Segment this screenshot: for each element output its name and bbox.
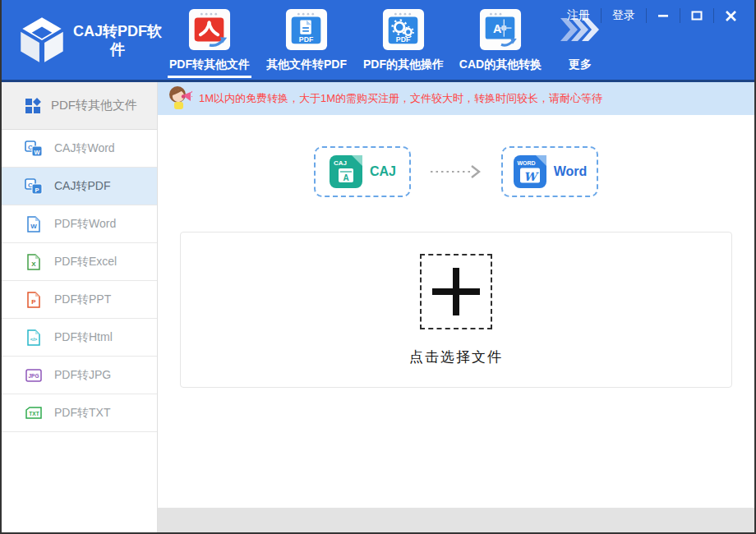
conversion-flow: CAJ A CAJ	[158, 115, 754, 197]
maximize-button[interactable]	[680, 7, 713, 25]
brand: CAJ转PDF软件	[10, 5, 163, 76]
sidebar-item-pdf-html[interactable]: </> PDF转Html	[2, 319, 157, 357]
grid-icon	[25, 98, 41, 114]
doc-to-pdf-icon: PDF	[285, 8, 328, 51]
svg-text:W: W	[34, 148, 40, 155]
mascot-announcer-icon	[168, 85, 192, 112]
tab-label: PDF的其他操作	[362, 58, 445, 78]
svg-text:PDF: PDF	[299, 35, 313, 44]
sidebar-header-label: PDF转其他文件	[51, 98, 137, 113]
sidebar-item-label: PDF转Word	[54, 217, 116, 232]
sidebar-item-label: PDF转JPG	[54, 368, 111, 383]
titlebar-controls: 注册 登录	[556, 6, 748, 25]
target-format-label: Word	[554, 164, 588, 179]
word-doc-icon: W	[26, 216, 41, 232]
svg-text:X: X	[31, 260, 36, 268]
notice-text: 1M以内的免费转换，大于1M的需购买注册，文件较大时，转换时间较长，请耐心等待	[199, 91, 602, 106]
plus-icon	[431, 266, 482, 317]
jpg-icon: JPG	[25, 368, 42, 383]
caj-word-icon: C W	[25, 140, 43, 157]
tab-label: CAD的其他转换	[458, 58, 543, 78]
tab-pdf-to-other[interactable]: PDF转其他文件	[161, 0, 258, 80]
svg-text:A: A	[343, 173, 348, 182]
file-select-card: 点击选择文件	[180, 232, 732, 388]
svg-text:P: P	[35, 186, 39, 193]
caj-pdf-icon: C P	[25, 178, 43, 195]
pdf-convert-icon	[188, 8, 231, 51]
sidebar-item-caj-word[interactable]: C W CAJ转Word	[2, 130, 157, 168]
content: CAJ A CAJ	[158, 115, 754, 508]
sidebar: PDF转其他文件 C W CAJ转Word C P CAJ转PDF	[2, 82, 158, 532]
sidebar-item-label: PDF转PPT	[54, 292, 111, 307]
sidebar-item-pdf-ppt[interactable]: P PDF转PPT	[2, 281, 157, 319]
svg-text:PDF: PDF	[396, 35, 410, 44]
sidebar-item-pdf-word[interactable]: W PDF转Word	[2, 205, 157, 243]
close-icon	[725, 10, 737, 22]
svg-text:TXT: TXT	[29, 410, 39, 416]
sidebar-item-label: PDF转Excel	[54, 255, 117, 269]
svg-text:WORD: WORD	[517, 160, 535, 166]
close-button[interactable]	[714, 7, 748, 25]
source-format-label: CAJ	[370, 164, 396, 179]
tab-label: PDF转其他文件	[168, 58, 251, 78]
status-bar	[158, 508, 754, 532]
sidebar-item-pdf-txt[interactable]: TXT PDF转TXT	[2, 394, 157, 432]
top-tabs: PDF转其他文件 PDF 其他	[161, 0, 611, 80]
sidebar-item-label: CAJ转Word	[54, 141, 115, 156]
sidebar-item-label: CAJ转PDF	[54, 179, 110, 194]
app-logo-icon	[13, 12, 71, 69]
tab-other-to-pdf[interactable]: PDF 其他文件转PDF	[258, 0, 355, 80]
main-area: 1M以内的免费转换，大于1M的需购买注册，文件较大时，转换时间较长，请耐心等待 …	[158, 82, 754, 532]
svg-text:</>: </>	[30, 337, 38, 342]
pdf-gears-icon: PDF	[382, 8, 425, 51]
tab-pdf-operations[interactable]: PDF PDF的其他操作	[355, 0, 452, 80]
html-doc-icon: </>	[26, 329, 41, 346]
dotted-arrow-icon	[429, 164, 483, 179]
app-window: CAJ转PDF软件 PDF转其他文件	[0, 0, 756, 534]
tab-cad-convert[interactable]: A CAD的其他转换	[452, 0, 549, 80]
sidebar-item-label: PDF转Html	[54, 330, 113, 345]
svg-text:P: P	[31, 298, 36, 306]
select-file-label[interactable]: 点击选择文件	[409, 348, 503, 366]
ppt-doc-icon: P	[26, 292, 41, 308]
tab-label: 更多	[567, 58, 593, 78]
svg-text:CAJ: CAJ	[334, 159, 347, 167]
login-button[interactable]: 登录	[602, 6, 646, 25]
sidebar-item-caj-pdf[interactable]: C P CAJ转PDF	[2, 168, 157, 205]
cad-convert-icon: A	[479, 8, 522, 51]
sidebar-item-pdf-excel[interactable]: X PDF转Excel	[2, 243, 157, 281]
maximize-icon	[691, 10, 703, 21]
svg-text:JPG: JPG	[28, 373, 39, 379]
register-button[interactable]: 注册	[556, 6, 601, 25]
tab-label: 其他文件转PDF	[265, 58, 348, 78]
svg-text:A: A	[493, 22, 502, 35]
excel-doc-icon: X	[26, 254, 41, 270]
caj-file-icon: CAJ A	[329, 154, 363, 189]
sidebar-item-pdf-jpg[interactable]: JPG PDF转JPG	[2, 357, 157, 394]
txt-icon: TXT	[25, 406, 42, 421]
target-format-box: WORD W Word	[501, 146, 598, 197]
app-title: CAJ转PDF软件	[72, 22, 163, 59]
sidebar-item-label: PDF转TXT	[54, 406, 110, 421]
minimize-button[interactable]	[647, 7, 680, 25]
svg-text:W: W	[30, 223, 37, 230]
source-format-box: CAJ A CAJ	[314, 146, 411, 197]
add-file-button[interactable]	[420, 254, 492, 329]
notice-banner: 1M以内的免费转换，大于1M的需购买注册，文件较大时，转换时间较长，请耐心等待	[158, 82, 754, 115]
sidebar-header: PDF转其他文件	[2, 82, 157, 130]
word-file-icon: WORD W	[513, 154, 547, 189]
minimize-icon	[657, 10, 669, 21]
header: CAJ转PDF软件 PDF转其他文件	[2, 0, 754, 80]
